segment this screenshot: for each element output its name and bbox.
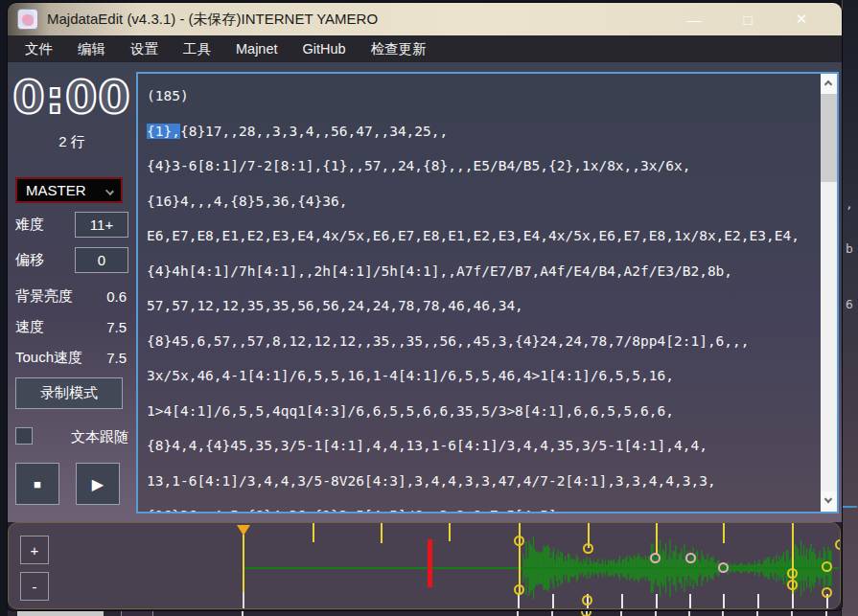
beat-tick (449, 523, 451, 541)
offset-label: 偏移 (15, 251, 44, 269)
bg-brightness-value[interactable]: 0.6 (106, 288, 127, 305)
waveform-panel[interactable]: + - (8, 522, 841, 609)
measure-tick (723, 594, 725, 609)
touch-speed-label: Touch速度 (15, 349, 82, 367)
maximize-button[interactable]: □ (721, 3, 775, 35)
scrollbar-up-arrow[interactable] (821, 74, 837, 94)
note-marker-yellow (822, 561, 832, 572)
timeline-area: + - (8, 522, 842, 610)
text-selection: {1}, (147, 124, 180, 139)
measure-tick (552, 594, 554, 609)
taskbar-fragment (17, 611, 104, 616)
editor-line: 3x/5x,46,4-1[4:1]/6,5,5,16,1-4[4:1]/6,5,… (147, 358, 812, 394)
menu-item-检查更新[interactable]: 检查更新 (359, 35, 439, 62)
background-timeline-tick (551, 610, 553, 616)
editor-line: {1},{8}17,,28,,3,3,4,,56,47,,34,25,, (147, 114, 812, 149)
editor-line: {8}4,4,{4}45,35,3/5-1[4:1],4,4,13,1-6[4:… (147, 428, 812, 464)
stop-button[interactable]: ■ (15, 463, 59, 505)
scrollbar-down-arrow[interactable] (821, 491, 837, 512)
menu-item-GitHub[interactable]: GitHub (290, 35, 359, 62)
window-title: MajdataEdit (v4.3.1) - (未保存)INTERNET YAM… (47, 11, 378, 29)
measure-tick (757, 594, 759, 609)
menu-item-工具[interactable]: 工具 (171, 35, 223, 62)
note-marker-pink (650, 553, 661, 563)
editor-line: 13,1-6[4:1]/3,4,4,3/5-8V26[4:3],3,4,4,3,… (147, 464, 812, 499)
background-window-text: , (846, 196, 853, 211)
note-marker-yellow (514, 584, 524, 595)
background-window-text: 6 (846, 297, 853, 311)
chart-text-editor[interactable]: (185){1},{8}17,,28,,3,3,4,,56,47,,34,25,… (136, 72, 839, 513)
menu-item-Majnet[interactable]: Majnet (223, 35, 290, 62)
chevron-down-icon (105, 187, 114, 195)
background-timeline-tick (791, 610, 793, 616)
level-label: 难度 (15, 216, 44, 234)
text-follow-checkbox[interactable] (15, 427, 33, 445)
beat-tick (723, 523, 725, 543)
editor-line: {16}36,,4,5,{8}4,36,{1}3>5[4:5]/6,,3>2-8… (147, 498, 812, 512)
line-indicator: 2 行 (8, 133, 136, 151)
title-bar: MajdataEdit (v4.3.1) - (未保存)INTERNET YAM… (8, 3, 842, 35)
background-timeline-tick (756, 610, 758, 616)
menu-item-编辑[interactable]: 编辑 (65, 35, 118, 62)
measure-tick (792, 594, 794, 609)
bg-brightness-label: 背景亮度 (15, 287, 73, 306)
note-marker-yellow (582, 595, 592, 605)
editor-line: {16}4,,,4,{8}5,36,{4}36, (147, 184, 812, 219)
note-marker-yellow (787, 580, 798, 590)
background-timeline-tick (688, 610, 690, 616)
editor-line: {4}4h[4:1]/7h[4:1],,2h[4:1]/5h[4:1],,A7f… (147, 254, 812, 289)
beat-tick (313, 523, 314, 542)
background-timeline-tick (517, 610, 519, 616)
difficulty-dropdown[interactable]: MASTER (15, 177, 123, 203)
beat-tick (656, 523, 658, 555)
editor-scrollbar[interactable] (821, 74, 837, 512)
scrollbar-thumb[interactable] (821, 94, 837, 182)
menu-item-设置[interactable]: 设置 (118, 35, 171, 62)
beat-tick (381, 523, 383, 543)
note-marker-pink (718, 562, 729, 573)
measure-tick (621, 594, 623, 609)
editor-line: E6,E7,E8,E1,E2,E3,E4,4x/5x,E6,E7,E8,E1,E… (147, 218, 812, 254)
timeline-center-line (243, 567, 839, 569)
measure-tick (689, 594, 691, 609)
note-marker-yellow (787, 568, 798, 579)
speed-value[interactable]: 7.5 (106, 319, 127, 335)
play-icon: ▶ (92, 475, 104, 493)
measure-tick (518, 594, 520, 609)
play-button[interactable]: ▶ (76, 463, 120, 505)
time-display: 0:00 (8, 70, 136, 124)
editor-line: {4}3-6[8:1]/7-2[8:1],{1},,57,,24,{8},,,E… (147, 148, 812, 184)
stop-icon: ■ (34, 477, 41, 491)
note-marker-yellow (583, 543, 593, 554)
difficulty-dropdown-value: MASTER (26, 182, 86, 198)
playback-cursor[interactable] (428, 539, 432, 587)
main-content: 0:00 2 行 MASTER 难度 11+ 偏移 0 背景亮度 0.6 速度 … (8, 62, 842, 522)
minimize-button[interactable]: — (667, 3, 721, 35)
audio-waveform (9, 523, 841, 609)
playhead-line (243, 535, 244, 592)
close-button[interactable]: ✕ (775, 3, 828, 35)
playhead-line-lower (243, 592, 244, 609)
text-follow-label: 文本跟随 (71, 428, 128, 446)
background-timeline-tick (242, 610, 243, 616)
editor-line: (185) (147, 79, 812, 114)
level-field[interactable]: 11+ (75, 212, 128, 238)
menu-bar: 文件编辑设置工具MajnetGitHub检查更新 (8, 35, 842, 62)
background-window-border (843, 506, 857, 508)
sidebar: 0:00 2 行 MASTER 难度 11+ 偏移 0 背景亮度 0.6 速度 … (8, 62, 136, 522)
record-mode-button[interactable]: 录制模式 (15, 377, 123, 409)
measure-tick (656, 594, 658, 609)
touch-speed-value[interactable]: 7.5 (106, 350, 127, 366)
menu-item-文件[interactable]: 文件 (12, 35, 65, 62)
background-window-bottom (8, 610, 841, 616)
taskbar-fragment (121, 610, 153, 616)
offset-field[interactable]: 0 (75, 247, 128, 273)
background-timeline-tick (655, 610, 657, 616)
editor-line: 1>4[4:1]/6,5,5,4qq1[4:3]/6,6,5,5,6,6,35,… (147, 394, 812, 429)
note-marker-yellow (822, 587, 832, 598)
editor-text[interactable]: (185){1},{8}17,,28,,3,3,4,,56,47,,34,25,… (138, 74, 821, 512)
majdataedit-window: MajdataEdit (v4.3.1) - (未保存)INTERNET YAM… (8, 3, 842, 610)
editor-line: 57,57,12,12,35,35,56,56,24,24,78,78,46,4… (147, 288, 812, 324)
speed-label: 速度 (15, 318, 44, 336)
note-marker-yellow (514, 536, 524, 546)
